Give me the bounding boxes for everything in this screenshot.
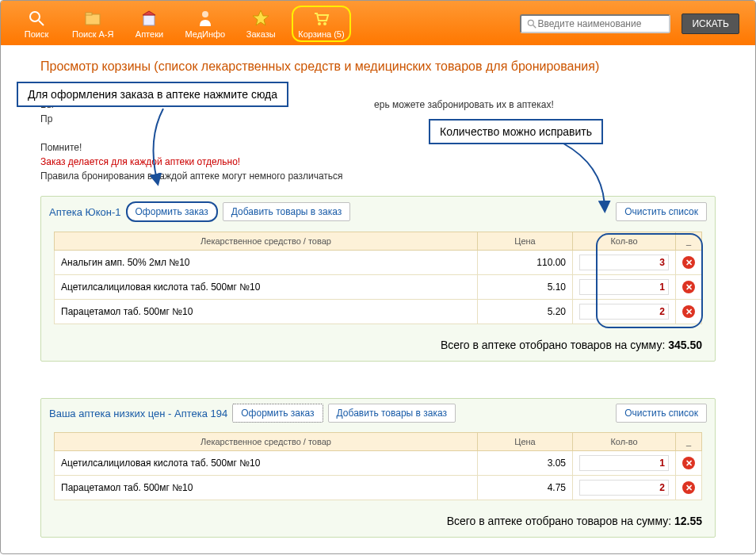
svg-marker-7 xyxy=(253,10,269,25)
svg-rect-3 xyxy=(86,13,92,15)
delete-icon[interactable]: ✕ xyxy=(682,281,695,293)
qty-input[interactable] xyxy=(579,304,669,320)
star-icon xyxy=(251,9,270,28)
toolbar-cart[interactable]: Корзина (5) xyxy=(292,6,350,42)
item-name: Ацетилсалициловая кислота таб. 500мг №10 xyxy=(55,451,478,476)
magnifier-icon xyxy=(27,9,46,28)
th-qty: Кол-во xyxy=(573,433,676,451)
toolbar-orders[interactable]: Заказы xyxy=(241,7,281,40)
add-items-button[interactable]: Добавить товары в заказ xyxy=(328,404,456,423)
pharmacy-block: Аптека Юкон-1 Оформить заказ Добавить то… xyxy=(40,196,716,362)
qty-input[interactable] xyxy=(579,455,669,471)
search-icon xyxy=(526,18,537,29)
item-price: 110.00 xyxy=(478,251,573,275)
qty-input[interactable] xyxy=(579,255,669,270)
table-row: Парацетамол таб. 500мг №10 5.20 ✕ xyxy=(55,300,702,324)
arrow-icon xyxy=(139,107,171,186)
svg-point-0 xyxy=(30,12,40,21)
svg-point-6 xyxy=(202,11,208,17)
add-items-button[interactable]: Добавить товары в заказ xyxy=(223,202,350,221)
svg-rect-4 xyxy=(143,15,155,25)
item-price: 3.05 xyxy=(478,451,573,476)
item-price: 5.10 xyxy=(478,275,573,300)
pharmacy-block: Ваша аптека низких цен - Аптека 194 Офор… xyxy=(40,398,716,538)
total-value: 345.50 xyxy=(668,339,702,351)
main-toolbar: Поиск Поиск А-Я Аптеки МедИнфо Заказы Ко… xyxy=(1,1,755,45)
item-name: Парацетамол таб. 500мг №10 xyxy=(55,300,478,324)
svg-line-1 xyxy=(39,21,44,25)
qty-input[interactable] xyxy=(579,480,669,496)
th-price: Цена xyxy=(478,433,573,451)
th-del: _ xyxy=(676,232,702,251)
table-row: Ацетилсалициловая кислота таб. 500мг №10… xyxy=(55,451,702,476)
callout-qty: Количество можно исправить xyxy=(429,119,603,144)
svg-rect-2 xyxy=(86,14,100,25)
pharmacy-total: Всего в аптеке отобрано товаров на сумму… xyxy=(41,505,715,537)
pharmacy-name: Ваша аптека низких цен - Аптека 194 xyxy=(49,408,227,419)
svg-point-8 xyxy=(318,22,321,25)
th-del: _ xyxy=(676,433,702,451)
item-price: 5.20 xyxy=(478,300,573,324)
svg-line-11 xyxy=(533,25,536,29)
search-box[interactable] xyxy=(520,14,670,33)
table-row: Парацетамол таб. 500мг №10 4.75 ✕ xyxy=(55,476,702,500)
qty-input[interactable] xyxy=(579,279,669,295)
toolbar-pharmacies[interactable]: Аптеки xyxy=(129,7,169,40)
toolbar-medinfo[interactable]: МедИнфо xyxy=(180,7,230,40)
total-value: 12.55 xyxy=(674,515,702,527)
table-row: Ацетилсалициловая кислота таб. 500мг №10… xyxy=(55,275,702,300)
intro-line: ерь можете забронировать их в аптеках! xyxy=(374,99,554,110)
toolbar-label: МедИнфо xyxy=(185,29,225,39)
products-table: Лекарственное средство / товар Цена Кол-… xyxy=(54,432,702,500)
svg-marker-5 xyxy=(143,11,155,15)
item-price: 4.75 xyxy=(478,476,573,500)
svg-point-9 xyxy=(323,22,326,25)
item-name: Парацетамол таб. 500мг №10 xyxy=(55,476,478,500)
callout-order: Для оформления заказа в аптеке нажмите с… xyxy=(17,82,288,107)
page-title: Просмотр корзины (список лекарственных с… xyxy=(40,59,716,74)
delete-icon[interactable]: ✕ xyxy=(682,457,695,469)
doctor-icon xyxy=(196,9,215,28)
th-name: Лекарственное средство / товар xyxy=(55,232,478,251)
clear-list-button[interactable]: Очистить список xyxy=(616,202,707,221)
toolbar-label: Заказы xyxy=(246,29,276,39)
arrow-icon xyxy=(556,142,619,213)
th-price: Цена xyxy=(478,232,573,251)
toolbar-label: Корзина (5) xyxy=(298,29,344,39)
total-label: Всего в аптеке отобрано товаров на сумму… xyxy=(441,339,665,351)
clear-list-button[interactable]: Очистить список xyxy=(616,404,707,423)
toolbar-label: Поиск xyxy=(25,29,48,39)
delete-icon[interactable]: ✕ xyxy=(682,481,695,494)
delete-icon[interactable]: ✕ xyxy=(682,305,695,318)
table-row: Анальгин амп. 50% 2мл №10 110.00 ✕ xyxy=(55,251,702,275)
th-qty: Кол-во xyxy=(573,232,676,251)
pharmacy-icon xyxy=(139,9,158,28)
search-button[interactable]: ИСКАТЬ xyxy=(682,13,739,34)
toolbar-label: Поиск А-Я xyxy=(72,29,113,39)
item-name: Ацетилсалициловая кислота таб. 500мг №10 xyxy=(55,275,478,300)
pharmacy-name: Аптека Юкон-1 xyxy=(49,206,121,218)
item-name: Анальгин амп. 50% 2мл №10 xyxy=(55,251,478,275)
total-label: Всего в аптеке отобрано товаров на сумму… xyxy=(447,515,671,527)
toolbar-search-alpha[interactable]: Поиск А-Я xyxy=(67,7,118,40)
svg-point-10 xyxy=(529,20,534,25)
products-table: Лекарственное средство / товар Цена Кол-… xyxy=(54,232,702,324)
cart-icon xyxy=(311,9,330,28)
order-button[interactable]: Оформить заказ xyxy=(126,201,218,222)
pharmacy-total: Всего в аптеке отобрано товаров на сумму… xyxy=(41,329,715,361)
toolbar-search[interactable]: Поиск xyxy=(17,7,56,40)
toolbar-label: Аптеки xyxy=(136,29,163,39)
order-button[interactable]: Оформить заказ xyxy=(232,404,323,423)
th-name: Лекарственное средство / товар xyxy=(55,433,478,451)
delete-icon[interactable]: ✕ xyxy=(682,256,695,269)
folder-icon xyxy=(83,9,102,28)
search-input[interactable] xyxy=(537,18,664,29)
